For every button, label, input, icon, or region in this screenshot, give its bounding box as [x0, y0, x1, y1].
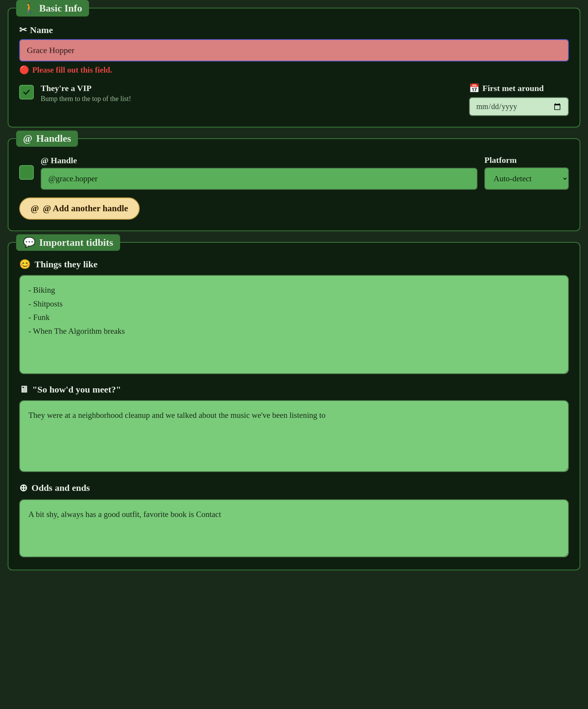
calendar-icon: 📅 [469, 83, 479, 93]
error-icon: 🔴 [19, 65, 29, 75]
likes-textarea[interactable]: - Biking - Shitposts - Funk - When The A… [19, 275, 569, 374]
plus-icon: ⊕ [19, 482, 28, 494]
vip-sublabel: Bump them to the top of the list! [41, 95, 131, 103]
odds-label: ⊕ Odds and ends [19, 482, 569, 494]
first-met-block: 📅 First met around [469, 83, 569, 116]
odds-textarea[interactable]: A bit shy, always has a good outfit, fav… [19, 499, 569, 557]
chat-icon: 💬 [23, 237, 35, 248]
handle-row: @ Handle Platform Auto-detect Twitter/X … [19, 155, 569, 190]
handle-input-group: @ Handle [41, 156, 477, 190]
add-handle-button[interactable]: @ @ Add another handle [19, 197, 140, 220]
how-met-textarea[interactable]: They were at a neighborhood cleanup and … [19, 400, 569, 472]
handle-columns: @ Handle Platform Auto-detect Twitter/X … [41, 155, 569, 190]
basic-info-header: 🚶 Basic Info [16, 0, 89, 17]
vip-checkbox[interactable] [19, 85, 34, 99]
platform-group: Platform Auto-detect Twitter/X Instagram… [484, 155, 569, 190]
smile-icon: 😊 [19, 259, 31, 270]
name-label: ✂ Name [19, 25, 569, 35]
vip-label: They're a VIP [41, 83, 131, 93]
at-icon-header: @ [23, 133, 32, 144]
likes-label: 😊 Things they like [19, 259, 569, 270]
tidbits-title: Important tidbits [39, 237, 113, 248]
platform-col-label: Platform [484, 155, 569, 165]
tidbits-header: 💬 Important tidbits [16, 234, 120, 251]
handle-col-label: @ Handle [41, 156, 477, 166]
add-handle-at-icon: @ [31, 204, 39, 214]
person-icon: 🚶 [23, 2, 35, 14]
handles-title: Handles [36, 133, 71, 144]
vip-text-block: They're a VIP Bump them to the top of th… [41, 83, 131, 103]
tidbits-section: 💬 Important tidbits 😊 Things they like -… [8, 242, 580, 570]
screen-icon: 🖥 [19, 384, 28, 395]
handles-section: @ Handles @ Handle Platform Auto-detect … [8, 138, 580, 231]
handles-header: @ Handles [16, 131, 78, 147]
first-met-input[interactable] [469, 97, 569, 116]
handle-checkbox[interactable] [19, 165, 34, 180]
scissors-icon: ✂ [19, 25, 27, 35]
name-input[interactable] [19, 39, 569, 61]
checkmark-icon [22, 88, 31, 96]
platform-select[interactable]: Auto-detect Twitter/X Instagram Mastodon… [484, 167, 569, 190]
basic-info-section: 🚶 Basic Info ✂ Name 🔴 Please fill out th… [8, 8, 580, 128]
add-handle-label: @ Add another handle [43, 204, 128, 214]
handle-input[interactable] [41, 168, 477, 190]
basic-info-title: Basic Info [39, 3, 82, 14]
name-error: 🔴 Please fill out this field. [19, 65, 569, 75]
how-met-label: 🖥 "So how'd you meet?" [19, 384, 569, 395]
first-met-label: 📅 First met around [469, 83, 544, 93]
